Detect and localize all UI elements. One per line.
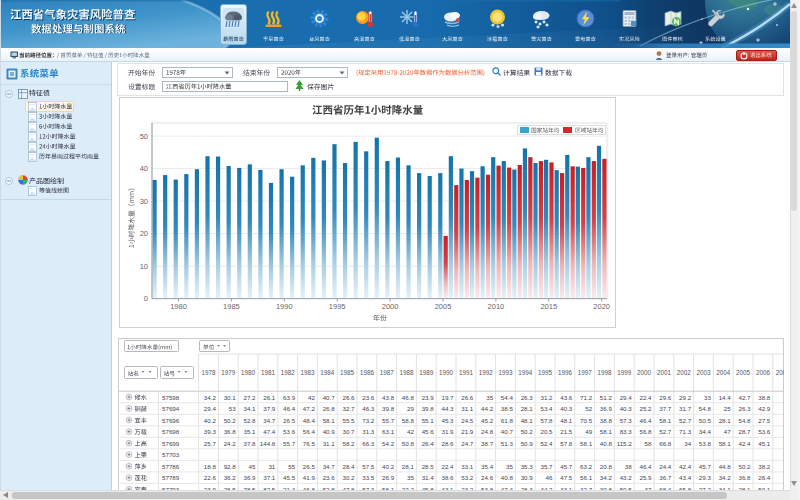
svg-text:37.8: 37.8 <box>243 439 256 446</box>
svg-text:21.5: 21.5 <box>560 428 573 435</box>
svg-text:25.9: 25.9 <box>639 474 652 481</box>
svg-text:43.8: 43.8 <box>382 393 395 400</box>
svg-text:20.8: 20.8 <box>599 462 612 469</box>
svg-text:58.2: 58.2 <box>342 439 355 446</box>
svg-text:44.2: 44.2 <box>481 405 494 412</box>
svg-text:20.5: 20.5 <box>540 428 553 435</box>
svg-text:50.5: 50.5 <box>698 416 711 423</box>
svg-text:52.7: 52.7 <box>659 428 672 435</box>
svg-text:53.6: 53.6 <box>758 428 771 435</box>
svg-text:28.1: 28.1 <box>520 405 533 412</box>
svg-text:35.4: 35.4 <box>481 462 494 469</box>
svg-text:2010: 2010 <box>488 302 505 311</box>
svg-text:26.5: 26.5 <box>302 462 315 469</box>
svg-text:45.1: 45.1 <box>758 439 771 446</box>
svg-text:25: 25 <box>723 405 730 412</box>
svg-text:39.8: 39.8 <box>421 405 434 412</box>
svg-text:31: 31 <box>268 462 275 469</box>
svg-text:2001: 2001 <box>656 369 671 376</box>
svg-text:57699: 57699 <box>162 439 180 446</box>
svg-text:144.8: 144.8 <box>259 439 275 446</box>
svg-text:43.4: 43.4 <box>679 474 692 481</box>
svg-text:22.4: 22.4 <box>441 462 454 469</box>
svg-text:51.3: 51.3 <box>500 439 513 446</box>
svg-text:34.2: 34.2 <box>718 474 731 481</box>
svg-text:1991: 1991 <box>458 369 473 376</box>
svg-text:36.8: 36.8 <box>738 474 751 481</box>
svg-text:55.7: 55.7 <box>382 416 395 423</box>
svg-text:54.4: 54.4 <box>500 393 513 400</box>
svg-text:2015: 2015 <box>540 302 557 311</box>
svg-text:28.4: 28.4 <box>342 462 355 469</box>
svg-text:38.8: 38.8 <box>758 393 771 400</box>
svg-text:1990: 1990 <box>276 302 293 311</box>
svg-text:43.6: 43.6 <box>560 393 573 400</box>
svg-text:66.3: 66.3 <box>362 439 375 446</box>
svg-text:28.5: 28.5 <box>421 462 434 469</box>
svg-text:1997: 1997 <box>577 369 592 376</box>
svg-text:33.1: 33.1 <box>461 462 474 469</box>
svg-text:21.9: 21.9 <box>461 428 474 435</box>
svg-text:52: 52 <box>585 405 592 412</box>
svg-text:1980: 1980 <box>241 369 256 376</box>
svg-text:34.4: 34.4 <box>698 428 711 435</box>
svg-text:39.8: 39.8 <box>382 405 395 412</box>
svg-text:53.2: 53.2 <box>461 474 474 481</box>
svg-text:57698: 57698 <box>162 428 180 435</box>
svg-text:10: 10 <box>140 262 148 271</box>
svg-text:30.2: 30.2 <box>342 474 355 481</box>
svg-text:40: 40 <box>140 164 148 173</box>
svg-text:52.8: 52.8 <box>243 416 256 423</box>
svg-text:26.8: 26.8 <box>322 405 335 412</box>
svg-text:35.1: 35.1 <box>243 428 256 435</box>
svg-text:38.5: 38.5 <box>500 405 513 412</box>
svg-text:41.9: 41.9 <box>302 474 315 481</box>
svg-text:57.8: 57.8 <box>560 439 573 446</box>
svg-text:2020: 2020 <box>593 302 610 311</box>
svg-text:20: 20 <box>140 229 148 238</box>
svg-text:54.8: 54.8 <box>738 416 751 423</box>
svg-text:83.3: 83.3 <box>619 428 632 435</box>
svg-text:2002: 2002 <box>676 369 691 376</box>
svg-text:58: 58 <box>644 439 651 446</box>
svg-text:2000: 2000 <box>637 369 652 376</box>
svg-text:2006: 2006 <box>755 369 770 376</box>
svg-text:61.8: 61.8 <box>500 416 513 423</box>
svg-text:2004: 2004 <box>716 369 731 376</box>
svg-text:38.6: 38.6 <box>441 474 454 481</box>
svg-text:58.8: 58.8 <box>401 416 414 423</box>
svg-text:24.8: 24.8 <box>481 428 494 435</box>
svg-text:1984: 1984 <box>320 369 335 376</box>
svg-text:1985: 1985 <box>340 369 355 376</box>
svg-text:40.3: 40.3 <box>619 405 632 412</box>
svg-text:19.7: 19.7 <box>441 393 454 400</box>
svg-text:34.2: 34.2 <box>599 474 612 481</box>
svg-text:31.3: 31.3 <box>362 428 375 435</box>
svg-text:32.7: 32.7 <box>342 405 355 412</box>
svg-text:1982: 1982 <box>280 369 295 376</box>
svg-text:38: 38 <box>624 462 631 469</box>
svg-text:50.2: 50.2 <box>520 428 533 435</box>
svg-text:24.2: 24.2 <box>223 439 236 446</box>
svg-text:1996: 1996 <box>557 369 572 376</box>
svg-text:37.1: 37.1 <box>263 474 276 481</box>
svg-text:46.3: 46.3 <box>362 405 375 412</box>
svg-text:44.3: 44.3 <box>441 405 454 412</box>
svg-text:42.4: 42.4 <box>679 462 692 469</box>
svg-text:45.7: 45.7 <box>560 462 573 469</box>
svg-text:1989: 1989 <box>419 369 434 376</box>
svg-text:30.7: 30.7 <box>342 428 355 435</box>
svg-text:40.8: 40.8 <box>599 439 612 446</box>
svg-text:63.1: 63.1 <box>382 428 395 435</box>
svg-text:26.6: 26.6 <box>461 393 474 400</box>
svg-text:29.3: 29.3 <box>698 474 711 481</box>
svg-text:39.3: 39.3 <box>203 428 216 435</box>
svg-text:50: 50 <box>140 132 148 141</box>
svg-text:26.4: 26.4 <box>421 439 434 446</box>
svg-text:34.7: 34.7 <box>322 462 335 469</box>
svg-text:1998: 1998 <box>597 369 612 376</box>
svg-text:25.2: 25.2 <box>639 405 652 412</box>
svg-text:58.1: 58.1 <box>580 439 593 446</box>
svg-text:76.5: 76.5 <box>302 439 315 446</box>
svg-text:26.9: 26.9 <box>382 474 395 481</box>
